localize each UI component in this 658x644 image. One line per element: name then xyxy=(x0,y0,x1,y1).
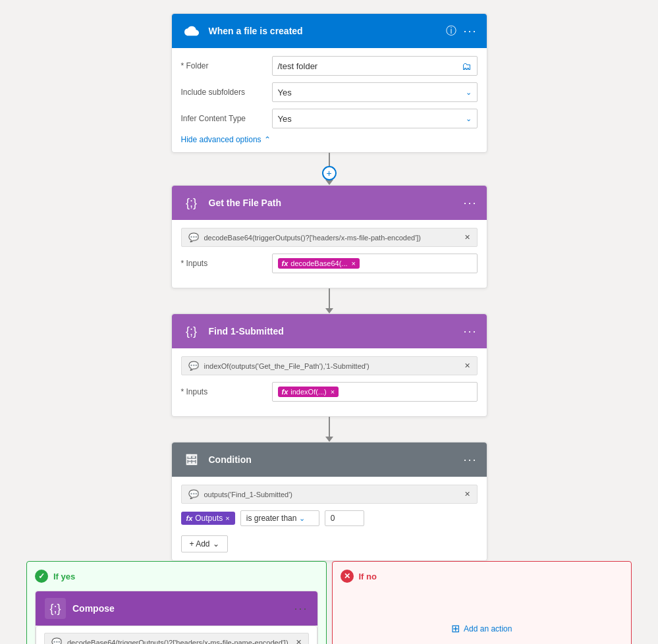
folder-value: /test folder xyxy=(278,61,318,71)
folder-input[interactable]: /test folder 🗂 xyxy=(272,56,478,76)
branch-yes: ✓ If yes {;} Compose ··· 💬 decodeBase64(… xyxy=(26,561,327,644)
find-submitted-more-options[interactable]: ··· xyxy=(463,325,477,338)
cloud-icon xyxy=(184,24,199,38)
note-close-3[interactable]: ✕ xyxy=(464,490,470,498)
trigger-body: * Folder /test folder 🗂 Include subfolde… xyxy=(172,48,487,152)
note-close-2[interactable]: ✕ xyxy=(464,362,470,370)
add-step-button-1[interactable]: + xyxy=(322,166,337,180)
connector-arrow-1 xyxy=(325,180,333,185)
include-subfolders-value: Yes xyxy=(278,88,292,97)
connector-arrow-2 xyxy=(325,308,333,313)
outputs-tag-text: Outputs xyxy=(195,514,223,523)
condition-card: Condition ··· 💬 outputs('Find_1-Submitte… xyxy=(171,442,487,561)
find-submitted-body: 💬 indexOf(outputs('Get_the_File_Path'),'… xyxy=(172,348,487,416)
connector-line-1 xyxy=(329,153,330,166)
condition-body: 💬 outputs('Find_1-Submitted') ✕ fx Outpu… xyxy=(172,477,487,560)
outputs-tag: fx Outputs × xyxy=(181,512,235,525)
condition-operator-text: is greater than xyxy=(246,514,297,523)
chevron-down-icon-2: ⌄ xyxy=(466,115,472,123)
infer-content-value: Yes xyxy=(278,114,292,124)
compose-note-text: decodeBase64(triggerOutputs()?['headers/… xyxy=(67,639,288,645)
branch-no-label: If no xyxy=(359,572,377,581)
fx-icon-2: fx xyxy=(282,388,288,396)
compose-card: {;} Compose ··· 💬 decodeBase64(triggerOu… xyxy=(35,591,318,644)
note-close-4[interactable]: ✕ xyxy=(296,638,302,644)
folder-row: * Folder /test folder 🗂 xyxy=(181,56,478,76)
fx-icon-1: fx xyxy=(282,259,288,267)
step1-expr-close[interactable]: × xyxy=(352,259,356,267)
compose-more-options[interactable]: ··· xyxy=(294,602,308,616)
add-condition-label: + Add xyxy=(190,539,210,549)
hide-advanced-link[interactable]: Hide advanced options ⌃ xyxy=(181,135,478,144)
find-submitted-header: {;} Find 1-Submitted ··· xyxy=(172,314,487,348)
outputs-tag-close[interactable]: × xyxy=(225,514,229,522)
branch-no: ✕ If no ⊞ Add an action xyxy=(332,561,632,644)
trigger-title: When a file is created xyxy=(209,26,440,36)
find-submitted-card: {;} Find 1-Submitted ··· 💬 indexOf(outpu… xyxy=(171,313,487,417)
get-file-path-header: {;} Get the File Path ··· xyxy=(172,186,487,220)
check-icon: ✓ xyxy=(35,570,48,583)
step2-expr-text: indexOf(...) xyxy=(290,388,326,396)
condition-icon-wrap xyxy=(181,449,202,470)
note-icon-4: 💬 xyxy=(51,637,62,644)
note-close-1[interactable]: ✕ xyxy=(464,233,470,242)
compose-icon-1: {;} xyxy=(186,196,197,210)
condition-icon xyxy=(185,453,198,466)
get-file-path-more-options[interactable]: ··· xyxy=(463,196,477,210)
include-subfolders-row: Include subfolders Yes ⌄ xyxy=(181,82,478,102)
step2-expr-close[interactable]: × xyxy=(331,388,335,396)
folder-label: * Folder xyxy=(181,61,267,70)
step2-inputs-label: * Inputs xyxy=(181,387,267,396)
condition-operator-select[interactable]: is greater than ⌄ xyxy=(240,510,319,526)
condition-note-text: outputs('Find_1-Submitted') xyxy=(204,491,292,498)
add-action-no-label: Add an action xyxy=(464,624,512,633)
compose-icon-2: {;} xyxy=(186,325,197,338)
infer-content-select[interactable]: Yes ⌄ xyxy=(272,109,478,128)
get-file-path-note: 💬 decodeBase64(triggerOutputs()?['header… xyxy=(181,228,478,247)
get-file-path-title: Get the File Path xyxy=(209,198,457,208)
step1-inputs-field[interactable]: fx decodeBase64(... × xyxy=(272,254,478,273)
find-submitted-icon-wrap: {;} xyxy=(181,321,202,342)
condition-title: Condition xyxy=(209,454,457,465)
compose-header: {;} Compose ··· xyxy=(36,591,317,626)
compose-body: 💬 decodeBase64(triggerOutputs()?['header… xyxy=(36,626,317,644)
infer-content-label: Infer Content Type xyxy=(181,114,267,123)
condition-header: Condition ··· xyxy=(172,443,487,477)
chevron-down-add: ⌄ xyxy=(213,539,219,549)
get-file-path-body: 💬 decodeBase64(triggerOutputs()?['header… xyxy=(172,220,487,288)
chevron-down-icon: ⌄ xyxy=(466,88,472,97)
trigger-more-options[interactable]: ··· xyxy=(463,24,477,38)
condition-row: fx Outputs × is greater than ⌄ 0 xyxy=(181,510,478,526)
branch-no-header: ✕ If no xyxy=(341,570,624,583)
find-submitted-note-text: indexOf(outputs('Get_the_File_Path'),'1-… xyxy=(204,362,370,370)
include-subfolders-select[interactable]: Yes ⌄ xyxy=(272,82,478,102)
trigger-icon-wrap xyxy=(181,20,202,41)
info-icon[interactable]: ⓘ xyxy=(446,24,456,38)
trigger-card: When a file is created ⓘ ··· * Folder /t… xyxy=(171,13,487,153)
include-subfolders-label: Include subfolders xyxy=(181,88,267,97)
compose-icon-3: {;} xyxy=(49,602,61,616)
step1-inputs-label: * Inputs xyxy=(181,259,267,268)
connector-line-2 xyxy=(329,288,330,308)
chevron-down-condition: ⌄ xyxy=(299,514,305,523)
get-file-path-card: {;} Get the File Path ··· 💬 decodeBase64… xyxy=(171,185,487,288)
step2-inputs-field[interactable]: fx indexOf(...) × xyxy=(272,382,478,402)
infer-content-type-row: Infer Content Type Yes ⌄ xyxy=(181,109,478,128)
compose-note: 💬 decodeBase64(triggerOutputs()?['header… xyxy=(44,633,309,644)
add-action-no-icon: ⊞ xyxy=(451,622,460,635)
add-condition-button[interactable]: + Add ⌄ xyxy=(181,535,228,552)
folder-icon: 🗂 xyxy=(462,61,472,72)
step2-inputs-row: * Inputs fx indexOf(...) × xyxy=(181,382,478,402)
connector-2 xyxy=(325,288,333,313)
step1-expr-text: decodeBase64(... xyxy=(290,259,347,267)
fx-icon-3: fx xyxy=(186,514,193,522)
x-icon: ✕ xyxy=(341,570,354,583)
compose-icon-wrap: {;} xyxy=(45,598,66,619)
condition-value-input[interactable]: 0 xyxy=(325,510,364,526)
note-icon-1: 💬 xyxy=(188,232,199,242)
condition-more-options[interactable]: ··· xyxy=(463,453,477,467)
split-container: ✓ If yes {;} Compose ··· 💬 decodeBase64(… xyxy=(0,561,658,644)
add-action-no-button[interactable]: ⊞ Add an action xyxy=(341,622,624,635)
trigger-header: When a file is created ⓘ ··· xyxy=(172,14,487,48)
note-icon-3: 💬 xyxy=(188,489,199,499)
